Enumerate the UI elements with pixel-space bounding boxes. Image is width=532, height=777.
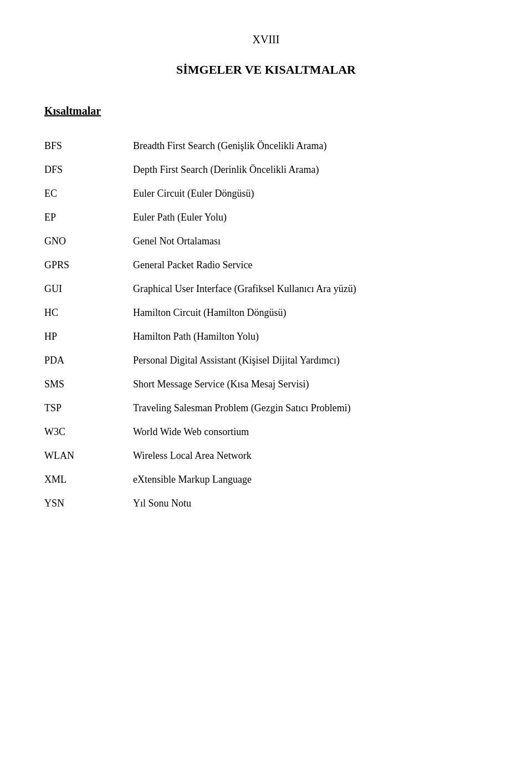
abbreviation-description: Hamilton Path (Hamilton Yolu) (133, 325, 488, 349)
table-row: PDAPersonal Digital Assistant (Kişisel D… (44, 349, 488, 372)
abbreviation-code: GUI (44, 277, 133, 301)
abbreviation-code: DFS (44, 158, 133, 182)
table-row: GNOGenel Not Ortalaması (44, 229, 488, 253)
table-row: DFSDepth First Search (Derinlik Öncelikl… (44, 158, 488, 182)
table-row: XMLeXtensible Markup Language (44, 468, 488, 492)
table-row: TSPTraveling Salesman Problem (Gezgin Sa… (44, 396, 488, 420)
table-row: SMSShort Message Service (Kısa Mesaj Ser… (44, 372, 488, 396)
abbreviation-code: HC (44, 301, 133, 325)
abbreviation-code: BFS (44, 134, 133, 158)
abbreviation-description: Traveling Salesman Problem (Gezgin Satıc… (133, 396, 488, 420)
table-row: HCHamilton Circuit (Hamilton Döngüsü) (44, 301, 488, 325)
abbreviation-code: PDA (44, 349, 133, 372)
abbreviation-description: Euler Circuit (Euler Döngüsü) (133, 182, 488, 206)
abbreviation-description: General Packet Radio Service (133, 253, 488, 277)
abbreviation-description: Breadth First Search (Genişlik Öncelikli… (133, 134, 488, 158)
abbreviation-code: EP (44, 206, 133, 229)
abbreviation-description: eXtensible Markup Language (133, 468, 488, 492)
table-row: W3CWorld Wide Web consortium (44, 420, 488, 444)
abbreviation-code: XML (44, 468, 133, 492)
abbreviation-description: Personal Digital Assistant (Kişisel Diji… (133, 349, 488, 372)
abbreviation-description: Depth First Search (Derinlik Öncelikli A… (133, 158, 488, 182)
table-row: HPHamilton Path (Hamilton Yolu) (44, 325, 488, 349)
abbreviation-description: Wireless Local Area Network (133, 444, 488, 468)
abbreviation-description: Euler Path (Euler Yolu) (133, 206, 488, 229)
table-row: WLANWireless Local Area Network (44, 444, 488, 468)
abbreviation-code: WLAN (44, 444, 133, 468)
abbreviation-code: GNO (44, 229, 133, 253)
abbreviation-description: Yıl Sonu Notu (133, 492, 488, 515)
page-title: SİMGELER VE KISALTMALAR (44, 63, 488, 77)
abbreviation-description: Genel Not Ortalaması (133, 229, 488, 253)
table-row: YSNYıl Sonu Notu (44, 492, 488, 515)
table-row: GPRSGeneral Packet Radio Service (44, 253, 488, 277)
abbreviation-code: TSP (44, 396, 133, 420)
table-row: EPEuler Path (Euler Yolu) (44, 206, 488, 229)
abbreviation-code: SMS (44, 372, 133, 396)
table-row: ECEuler Circuit (Euler Döngüsü) (44, 182, 488, 206)
abbreviation-code: EC (44, 182, 133, 206)
abbreviation-code: W3C (44, 420, 133, 444)
abbreviations-table: BFSBreadth First Search (Genişlik Önceli… (44, 134, 488, 515)
abbreviation-description: Graphical User Interface (Grafiksel Kull… (133, 277, 488, 301)
section-heading: Kısaltmalar (44, 105, 488, 117)
page-number: XVIII (44, 33, 488, 46)
abbreviation-code: HP (44, 325, 133, 349)
abbreviation-description: Short Message Service (Kısa Mesaj Servis… (133, 372, 488, 396)
abbreviation-code: YSN (44, 492, 133, 515)
abbreviation-description: Hamilton Circuit (Hamilton Döngüsü) (133, 301, 488, 325)
abbreviation-description: World Wide Web consortium (133, 420, 488, 444)
abbreviation-code: GPRS (44, 253, 133, 277)
table-row: BFSBreadth First Search (Genişlik Önceli… (44, 134, 488, 158)
table-row: GUIGraphical User Interface (Grafiksel K… (44, 277, 488, 301)
